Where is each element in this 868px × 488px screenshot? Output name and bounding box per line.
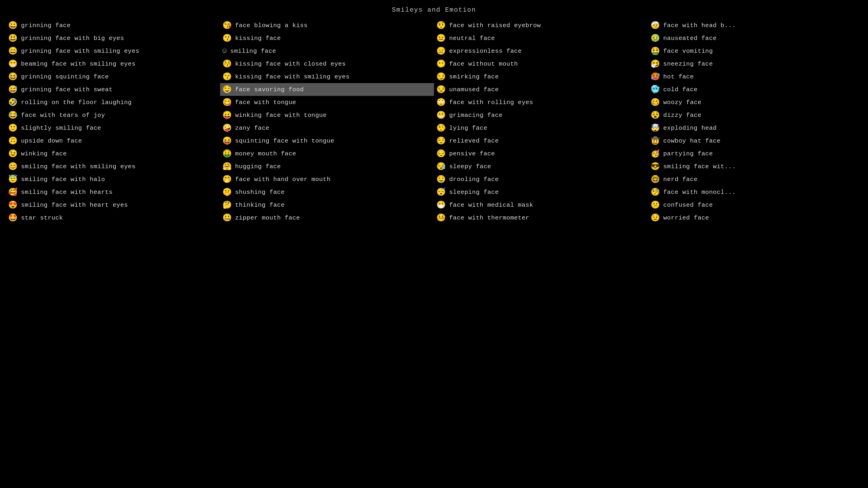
list-item[interactable]: 😆grinning squinting face xyxy=(6,70,220,83)
emoji-label: pensive face xyxy=(449,150,495,157)
list-item[interactable]: 🤪zany face xyxy=(220,122,434,134)
emoji-icon: 😶 xyxy=(436,59,446,68)
emoji-label: squinting face with tongue xyxy=(235,138,335,144)
list-item[interactable]: 🤢nauseated face xyxy=(648,32,863,44)
emoji-icon: 🥴 xyxy=(651,98,660,107)
list-item[interactable]: 😶face without mouth xyxy=(434,57,648,70)
list-item[interactable]: 😐neutral face xyxy=(434,32,648,44)
list-item[interactable]: 🤓nerd face xyxy=(648,173,863,186)
list-item[interactable]: ☺️smiling face xyxy=(220,44,434,57)
list-item[interactable]: 😃grinning face with big eyes xyxy=(6,32,220,44)
emoji-icon: 😋 xyxy=(222,98,232,107)
list-item[interactable]: 🥰smiling face with hearts xyxy=(6,186,220,199)
list-item[interactable]: 🤧sneezing face xyxy=(648,57,863,70)
emoji-label: upside down face xyxy=(21,138,82,144)
list-item[interactable]: 🤤drooling face xyxy=(434,173,648,186)
emoji-label: cold face xyxy=(663,86,698,93)
list-item[interactable]: 😟worried face xyxy=(648,211,863,224)
emoji-icon: 🤕 xyxy=(651,21,660,30)
list-item[interactable]: 😋face with tongue xyxy=(220,96,434,109)
list-item[interactable]: 😏smirking face xyxy=(434,70,648,83)
emoji-label: zany face xyxy=(235,125,270,131)
emoji-icon: 😇 xyxy=(8,175,18,184)
emoji-grid: 😀grinning face😘face blowing a kiss🤨face … xyxy=(6,19,862,224)
emoji-icon: 😑 xyxy=(436,47,446,56)
list-item[interactable]: 🤣rolling on the floor laughing xyxy=(6,96,220,109)
list-item[interactable]: 🤥lying face xyxy=(434,122,648,134)
list-item[interactable]: 😪sleepy face xyxy=(434,160,648,173)
emoji-label: smiling face xyxy=(230,48,276,55)
list-item[interactable]: 😍smiling face with heart eyes xyxy=(6,199,220,211)
emoji-label: dizzy face xyxy=(663,112,702,119)
list-item[interactable]: 🤔thinking face xyxy=(220,199,434,211)
emoji-icon: 🤭 xyxy=(222,175,232,184)
list-item[interactable]: 🥴woozy face xyxy=(648,96,863,109)
list-item[interactable]: 🤯exploding head xyxy=(648,122,863,134)
list-item[interactable]: 😬grimacing face xyxy=(434,109,648,122)
list-item[interactable]: 🤨face with raised eyebrow xyxy=(434,19,648,32)
list-item[interactable]: 🙃upside down face xyxy=(6,134,220,147)
list-item[interactable]: 🙄face with rolling eyes xyxy=(434,96,648,109)
list-item[interactable]: 😗kissing face xyxy=(220,32,434,44)
list-item[interactable]: 😷face with medical mask xyxy=(434,199,648,211)
list-item[interactable]: 😄grinning face with smiling eyes xyxy=(6,44,220,57)
list-item[interactable]: 🥳partying face xyxy=(648,147,863,160)
list-item[interactable]: 🤩star struck xyxy=(6,211,220,224)
list-item[interactable]: 🤭face with hand over mouth xyxy=(220,173,434,186)
list-item[interactable]: 😌relieved face xyxy=(434,134,648,147)
list-item[interactable]: 😘face blowing a kiss xyxy=(220,19,434,32)
list-item[interactable]: 🤕face with head b... xyxy=(648,19,863,32)
emoji-icon: 😝 xyxy=(222,136,232,146)
list-item[interactable]: 🤗hugging face xyxy=(220,160,434,173)
emoji-label: grinning face with smiling eyes xyxy=(21,48,139,55)
list-item[interactable]: 😅grinning face with sweat xyxy=(6,83,220,96)
emoji-icon: 😁 xyxy=(8,59,18,68)
emoji-icon: 🤯 xyxy=(651,123,660,133)
list-item[interactable]: 😊smiling face with smiling eyes xyxy=(6,160,220,173)
list-item[interactable]: 😙kissing face with smiling eyes xyxy=(220,70,434,83)
emoji-label: face with rolling eyes xyxy=(449,99,533,106)
emoji-label: kissing face xyxy=(235,35,281,42)
list-item[interactable]: 🥵hot face xyxy=(648,70,863,83)
emoji-label: partying face xyxy=(663,150,713,157)
list-item[interactable]: 🥶cold face xyxy=(648,83,863,96)
list-item[interactable]: 😁beaming face with smiling eyes xyxy=(6,57,220,70)
list-item[interactable]: 😒unamused face xyxy=(434,83,648,96)
list-item[interactable]: 😇smiling face with halo xyxy=(6,173,220,186)
emoji-label: grimacing face xyxy=(449,112,502,119)
list-item[interactable]: 🤤face savoring food xyxy=(220,83,434,96)
emoji-icon: 🤨 xyxy=(436,21,446,30)
emoji-label: face with head b... xyxy=(663,22,736,29)
list-item[interactable]: 🙂slightly smiling face xyxy=(6,122,220,134)
list-item[interactable]: 🧐face with monocl... xyxy=(648,186,863,199)
list-item[interactable]: 😉winking face xyxy=(6,147,220,160)
list-item[interactable]: 🤠cowboy hat face xyxy=(648,134,863,147)
emoji-label: neutral face xyxy=(449,35,495,42)
list-item[interactable]: 🤐zipper mouth face xyxy=(220,211,434,224)
emoji-label: nerd face xyxy=(663,176,698,183)
list-item[interactable]: 😎smiling face wit... xyxy=(648,160,863,173)
list-item[interactable]: 🤫shushing face xyxy=(220,186,434,199)
emoji-icon: 😂 xyxy=(8,111,18,120)
list-item[interactable]: 🤑money mouth face xyxy=(220,147,434,160)
emoji-label: face with thermometer xyxy=(449,215,529,221)
emoji-icon: 😘 xyxy=(222,21,232,30)
emoji-icon: 😪 xyxy=(436,162,446,171)
list-item[interactable]: 😔pensive face xyxy=(434,147,648,160)
list-item[interactable]: 🤮face vomiting xyxy=(648,44,863,57)
list-item[interactable]: 😂face with tears of joy xyxy=(6,109,220,122)
list-item[interactable]: 😛winking face with tongue xyxy=(220,109,434,122)
list-item[interactable]: 😵dizzy face xyxy=(648,109,863,122)
emoji-label: hot face xyxy=(663,73,694,80)
emoji-icon: 😒 xyxy=(436,85,446,94)
list-item[interactable]: 😝squinting face with tongue xyxy=(220,134,434,147)
list-item[interactable]: 😴sleeping face xyxy=(434,186,648,199)
list-item[interactable]: 😀grinning face xyxy=(6,19,220,32)
emoji-label: cowboy hat face xyxy=(663,138,721,144)
list-item[interactable]: 🤒face with thermometer xyxy=(434,211,648,224)
emoji-icon: 😅 xyxy=(8,85,18,94)
emoji-label: kissing face with smiling eyes xyxy=(235,73,350,80)
list-item[interactable]: 😕confused face xyxy=(648,199,863,211)
list-item[interactable]: 😚kissing face with closed eyes xyxy=(220,57,434,70)
list-item[interactable]: 😑expressionless face xyxy=(434,44,648,57)
